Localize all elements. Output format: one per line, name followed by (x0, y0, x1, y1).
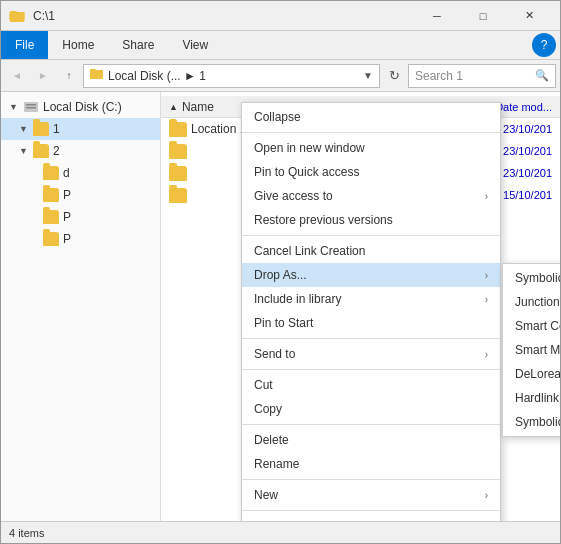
folder-icon (43, 232, 59, 246)
sidebar-item-p1[interactable]: ► P (1, 184, 160, 206)
refresh-button[interactable]: ↻ (382, 64, 406, 88)
up-button[interactable]: ↑ (57, 64, 81, 88)
sidebar-label: P (63, 188, 71, 202)
menu-separator (242, 424, 500, 425)
tab-view[interactable]: View (168, 31, 222, 59)
menu-label: New (254, 488, 485, 502)
menu-label: Open in new window (254, 141, 488, 155)
menu-label: Drop As... (254, 268, 485, 282)
back-button[interactable]: ◄ (5, 64, 29, 88)
window-icon (9, 8, 25, 24)
sidebar: ▼ Local Disk (C:) ▼ 1 ▼ 2 (1, 92, 161, 521)
window-controls: ─ □ ✕ (414, 1, 552, 31)
search-box[interactable]: Search 1 🔍 (408, 64, 556, 88)
submenu-label: Smart Copy (515, 319, 560, 333)
menu-item-delete[interactable]: Delete (242, 428, 500, 452)
close-button[interactable]: ✕ (506, 1, 552, 31)
submenu-arrow: › (485, 490, 488, 501)
submenu-item-hardlink-clone[interactable]: Hardlink Clone (503, 386, 560, 410)
forward-button[interactable]: ► (31, 64, 55, 88)
dropdown-arrow[interactable]: ▼ (363, 70, 373, 81)
menu-label: Collapse (254, 110, 488, 124)
folder-icon (43, 166, 59, 180)
submenu-label: DeLorean Copy (515, 367, 560, 381)
submenu-arrow: › (485, 349, 488, 360)
submenu-item-smart-copy[interactable]: Smart Copy (503, 314, 560, 338)
title-bar-icons (9, 8, 25, 24)
title-bar: C:\1 ─ □ ✕ (1, 1, 560, 31)
submenu-item-symbolic-link[interactable]: Symbolic Link (503, 266, 560, 290)
minimize-button[interactable]: ─ (414, 1, 460, 31)
search-icon[interactable]: 🔍 (535, 69, 549, 82)
menu-item-open-new-window[interactable]: Open in new window (242, 136, 500, 160)
window-title: C:\1 (33, 9, 410, 23)
svg-rect-7 (26, 107, 36, 109)
menu-item-rename[interactable]: Rename (242, 452, 500, 476)
menu-label: Give access to (254, 189, 485, 203)
sidebar-item-2[interactable]: ▼ 2 (1, 140, 160, 162)
expand-arrow: ► (29, 168, 39, 178)
menu-item-drop-as[interactable]: Drop As... › Symbolic Link Junction Smar… (242, 263, 500, 287)
menu-item-cancel-link[interactable]: Cancel Link Creation (242, 239, 500, 263)
menu-item-new[interactable]: New › (242, 483, 500, 507)
search-placeholder: Search 1 (415, 69, 531, 83)
menu-item-cut[interactable]: Cut (242, 373, 500, 397)
menu-item-include-library[interactable]: Include in library › (242, 287, 500, 311)
menu-label: Copy (254, 402, 488, 416)
menu-label: Delete (254, 433, 488, 447)
sidebar-label: 1 (53, 122, 60, 136)
sort-arrow: ▲ (169, 102, 178, 112)
submenu-item-symbolic-link-clone[interactable]: Symbolic Link Clone (503, 410, 560, 434)
context-menu: Collapse Open in new window Pin to Quick… (241, 102, 501, 521)
menu-label: Include in library (254, 292, 485, 306)
tab-file[interactable]: File (1, 31, 48, 59)
sidebar-item-p3[interactable]: ► P (1, 228, 160, 250)
sidebar-item-d[interactable]: ► d (1, 162, 160, 184)
tab-home[interactable]: Home (48, 31, 108, 59)
submenu-item-smart-mirror[interactable]: Smart Mirror (503, 338, 560, 362)
help-button[interactable]: ? (532, 33, 556, 57)
submenu-label: Junction (515, 295, 560, 309)
submenu-item-junction[interactable]: Junction (503, 290, 560, 314)
sidebar-item-1[interactable]: ▼ 1 (1, 118, 160, 140)
menu-item-pin-start[interactable]: Pin to Start (242, 311, 500, 335)
menu-label: Properties (254, 519, 488, 521)
status-text: 4 items (9, 527, 44, 539)
folder-icon (43, 188, 59, 202)
submenu-arrow: › (485, 270, 488, 281)
path-text: Local Disk (... ► 1 (108, 69, 206, 83)
menu-item-send-to[interactable]: Send to › (242, 342, 500, 366)
maximize-button[interactable]: □ (460, 1, 506, 31)
menu-item-give-access[interactable]: Give access to › (242, 184, 500, 208)
explorer-window: C:\1 ─ □ ✕ File Home Share View ? ◄ ► ↑ (0, 0, 561, 544)
submenu-label: Symbolic Link Clone (515, 415, 560, 429)
menu-separator (242, 479, 500, 480)
menu-separator (242, 369, 500, 370)
submenu-label: Smart Mirror (515, 343, 560, 357)
sidebar-item-local-disk[interactable]: ▼ Local Disk (C:) (1, 96, 160, 118)
tab-share[interactable]: Share (108, 31, 168, 59)
address-path[interactable]: Local Disk (... ► 1 ▼ (83, 64, 380, 88)
submenu-label: Symbolic Link (515, 271, 560, 285)
expand-arrow: ▼ (9, 102, 19, 112)
disk-icon (23, 100, 39, 114)
file-folder-icon (169, 122, 187, 137)
menu-item-copy[interactable]: Copy (242, 397, 500, 421)
menu-item-collapse[interactable]: Collapse (242, 105, 500, 129)
sidebar-item-p2[interactable]: ► P (1, 206, 160, 228)
folder-icon (33, 122, 49, 136)
submenu-arrow: › (485, 294, 488, 305)
expand-arrow: ► (29, 212, 39, 222)
menu-item-restore-versions[interactable]: Restore previous versions (242, 208, 500, 232)
menu-item-pin-quick-access[interactable]: Pin to Quick access (242, 160, 500, 184)
expand-arrow: ▼ (19, 146, 29, 156)
folder-icon (33, 144, 49, 158)
menu-label: Restore previous versions (254, 213, 488, 227)
menu-item-properties[interactable]: Properties (242, 514, 500, 521)
address-bar: ◄ ► ↑ Local Disk (... ► 1 ▼ ↻ Search 1 🔍 (1, 60, 560, 92)
status-bar: 4 items (1, 521, 560, 543)
menu-separator (242, 235, 500, 236)
menu-label: Send to (254, 347, 485, 361)
date-header[interactable]: Date mod... (495, 101, 552, 113)
submenu-item-delorean-copy[interactable]: DeLorean Copy (503, 362, 560, 386)
